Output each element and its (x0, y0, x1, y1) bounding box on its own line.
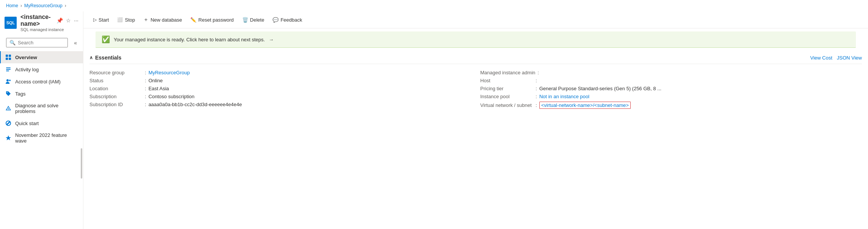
svg-rect-3 (9, 58, 11, 60)
essentials-grid: Resource group : MyResourceGroup Status … (89, 69, 862, 110)
breadcrumb: Home › MyResourceGroup › (0, 0, 868, 11)
delete-icon: 🗑️ (242, 17, 248, 23)
field-host: Host : (480, 77, 862, 85)
svg-rect-10 (8, 110, 9, 110)
svg-rect-1 (9, 55, 11, 57)
quick-start-icon (5, 120, 11, 126)
resource-group-link[interactable]: MyResourceGroup (149, 70, 190, 75)
nav-quick-start-label: Quick start (15, 121, 39, 126)
start-button[interactable]: ▷ Start (89, 15, 113, 25)
nav-tags[interactable]: Tags (0, 88, 83, 100)
essentials-actions: View Cost JSON View (810, 55, 862, 61)
diagnose-icon (5, 105, 11, 111)
breadcrumb-resource-group[interactable]: MyResourceGroup (24, 3, 63, 8)
reset-password-button[interactable]: ✏️ Reset password (186, 15, 237, 25)
nav-activity-log[interactable]: Activity log (0, 63, 83, 75)
stop-icon: ⬜ (117, 17, 123, 22)
field-vnet: Virtual network / subnet : <virtual-netw… (480, 100, 862, 110)
essentials-header: ∧ Essentials View Cost JSON View (89, 51, 862, 64)
field-resource-group: Resource group : MyResourceGroup (89, 69, 471, 77)
toolbar: ▷ Start ⬜ Stop ＋ New database ✏️ Reset p… (83, 11, 868, 28)
svg-rect-5 (6, 69, 11, 70)
essentials-left: Resource group : MyResourceGroup Status … (89, 69, 471, 110)
nav-access-control[interactable]: Access control (IAM) (0, 75, 83, 88)
nav-tags-label: Tags (15, 91, 25, 97)
banner-arrow: → (269, 37, 274, 42)
nav-activity-log-label: Activity log (15, 67, 39, 72)
view-cost-link[interactable]: View Cost (810, 55, 832, 61)
app-icon: SQL (5, 17, 17, 29)
field-status: Status : Online (89, 77, 471, 85)
overview-icon (5, 54, 11, 60)
banner-text: Your managed instance is ready. Click he… (114, 37, 265, 42)
field-location: Location : East Asia (89, 85, 471, 93)
search-input[interactable] (18, 40, 64, 45)
scrollbar[interactable] (81, 148, 82, 179)
nav-diagnose[interactable]: Diagnose and solve problems (0, 100, 83, 117)
delete-button[interactable]: 🗑️ Delete (238, 15, 268, 25)
essentials-title: ∧ Essentials (89, 55, 121, 61)
field-admin: Managed instance admin : (480, 69, 862, 77)
svg-rect-0 (6, 55, 8, 57)
feedback-button[interactable]: 💬 Feedback (269, 15, 306, 25)
nav-overview[interactable]: Overview (0, 51, 83, 63)
svg-rect-2 (6, 58, 8, 60)
nav-diagnose-label: Diagnose and solve problems (15, 103, 78, 114)
nav-quick-start[interactable]: Quick start (0, 117, 83, 129)
vnet-link[interactable]: <virtual-network-name>/<subnet-name> (541, 102, 629, 108)
chevron-down-icon[interactable]: ∧ (89, 55, 93, 60)
ready-banner[interactable]: ✅ Your managed instance is ready. Click … (96, 31, 856, 48)
new-database-icon: ＋ (143, 16, 149, 23)
start-icon: ▷ (93, 17, 97, 22)
instance-subtitle: SQL managed instance (20, 27, 78, 32)
access-control-icon (5, 78, 11, 85)
tags-icon (5, 91, 11, 97)
svg-point-7 (6, 79, 9, 82)
new-database-button[interactable]: ＋ New database (139, 14, 186, 25)
breadcrumb-home[interactable]: Home (6, 3, 18, 8)
svg-rect-6 (6, 71, 9, 71)
search-container: 🔍 (6, 38, 68, 47)
check-icon: ✅ (102, 35, 110, 44)
instance-pool-link[interactable]: Not in an instance pool (539, 94, 589, 99)
svg-rect-4 (6, 67, 11, 68)
essentials-area: ✅ Your managed instance is ready. Click … (83, 28, 868, 229)
reset-password-icon: ✏️ (190, 17, 196, 23)
stop-button[interactable]: ⬜ Stop (113, 15, 139, 25)
star-icon[interactable]: ☆ (66, 17, 71, 24)
svg-point-8 (9, 80, 11, 81)
feedback-icon: 💬 (273, 17, 279, 23)
status-value: Online (149, 78, 163, 83)
pin-icon[interactable]: 📌 (56, 17, 63, 24)
sidebar: SQL <instance-name> 📌 ☆ ··· SQL managed … (0, 11, 83, 229)
nav-feature-wave[interactable]: November 2022 feature wave (0, 129, 83, 147)
collapse-sidebar-button[interactable]: « (71, 38, 80, 47)
svg-rect-9 (8, 108, 9, 109)
nav-feature-wave-label: November 2022 feature wave (15, 132, 78, 144)
json-view-link[interactable]: JSON View (837, 55, 862, 61)
instance-name: <instance-name> (20, 14, 53, 27)
content-area: ▷ Start ⬜ Stop ＋ New database ✏️ Reset p… (83, 11, 868, 229)
field-pricing-tier: Pricing tier : General Purpose Standard-… (480, 85, 862, 93)
nav-overview-label: Overview (15, 55, 37, 60)
essentials-right: Managed instance admin : Host : Pricing … (480, 69, 862, 110)
field-subscription: Subscription : Contoso subscription (89, 93, 471, 100)
nav-access-control-label: Access control (IAM) (15, 79, 61, 85)
field-instance-pool: Instance pool : Not in an instance pool (480, 93, 862, 100)
search-icon: 🔍 (9, 40, 16, 45)
activity-log-icon (5, 66, 11, 72)
more-icon[interactable]: ··· (74, 17, 78, 24)
field-subscription-id: Subscription ID : aaaa0a0a-bb1b-cc2c-dd3… (89, 100, 471, 108)
feature-wave-icon (5, 135, 11, 141)
